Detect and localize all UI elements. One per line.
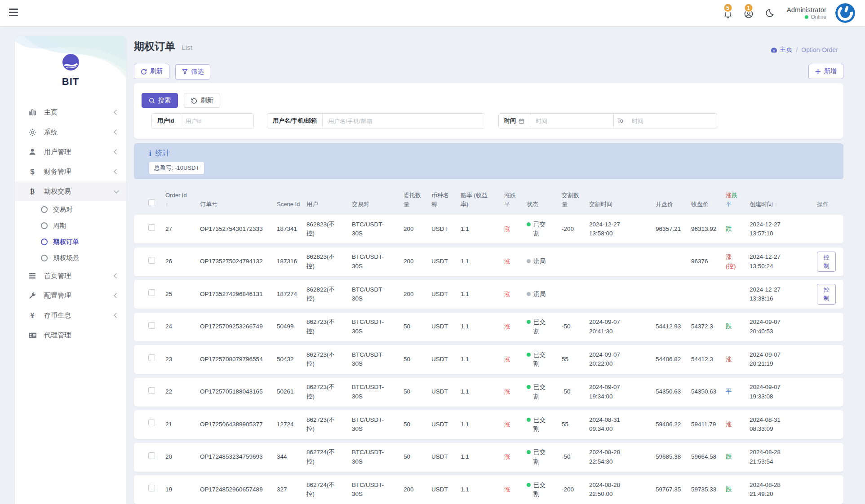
breadcrumb-home-link[interactable]: 主页	[771, 46, 792, 54]
cell-close_price: 59664.58	[691, 452, 726, 461]
sidebar-subitem-4-3[interactable]: 期权场景	[15, 250, 126, 266]
cell-delivery_time: 2024-08-28 22:54:30	[589, 448, 656, 466]
cell-direction: 涨	[504, 257, 527, 266]
add-button[interactable]: 新增	[808, 64, 843, 79]
filter-button[interactable]: 筛选	[175, 64, 210, 80]
row-checkbox[interactable]	[148, 452, 155, 459]
cell-open_price: 96357.21	[656, 225, 691, 234]
time-end-input[interactable]	[626, 114, 717, 128]
cell-odds: 1.1	[461, 485, 504, 494]
cell-pair: BTC/USDT-30S	[352, 448, 404, 466]
status-badge: 已交割	[527, 416, 562, 434]
cell-delivery_amount: 55	[562, 355, 589, 364]
control-button[interactable]: 控制	[817, 284, 836, 305]
dark-mode-moon-icon[interactable]	[763, 7, 775, 19]
status-badge: 流局	[527, 257, 562, 266]
row-checkbox[interactable]	[148, 485, 155, 491]
user-name-input[interactable]	[323, 114, 485, 128]
cell-close_price: 59411.79	[691, 420, 726, 429]
radio-circle-icon	[41, 255, 48, 261]
finance-icon: $	[28, 167, 37, 176]
sidebar-item-label: 首页管理	[44, 272, 71, 280]
online-status-label: Online	[811, 14, 826, 20]
row-checkbox[interactable]	[148, 354, 155, 361]
cell-coin: USDT	[431, 420, 461, 429]
user-avatar[interactable]	[835, 3, 855, 23]
sidebar-item-8[interactable]: 代理管理	[15, 325, 126, 345]
user-name-field-group: 用户名/手机/邮箱	[267, 113, 485, 128]
refresh-button[interactable]: 刷新	[134, 64, 169, 79]
row-checkbox[interactable]	[148, 289, 155, 296]
cell-amount: 200	[404, 485, 431, 494]
chevron-down-icon	[114, 188, 119, 193]
cell-pair: BTC/USDT-30S	[352, 285, 404, 304]
row-checkbox[interactable]	[148, 224, 155, 231]
cell-scene_id: 327	[277, 485, 306, 494]
cell-pair: BTC/USDT-30S	[352, 350, 404, 369]
cell-delivery_amount: -50	[562, 387, 589, 396]
cell-odds: 1.1	[461, 225, 504, 234]
sort-asc-icon[interactable]: ↑	[775, 201, 778, 208]
svg-text:$: $	[30, 168, 35, 176]
app-logo[interactable]	[62, 54, 79, 71]
sidebar-item-5[interactable]: 首页管理	[15, 266, 126, 286]
cell-select	[134, 224, 165, 234]
row-checkbox[interactable]	[148, 257, 155, 264]
row-checkbox[interactable]	[148, 322, 155, 329]
control-button[interactable]: 控制	[817, 252, 836, 272]
sidebar-item-1[interactable]: 系统	[15, 122, 126, 142]
sidebar-item-3[interactable]: $财务管理	[15, 162, 126, 181]
cell-created_at: 2024-12-27 13:57:10	[750, 220, 817, 239]
breadcrumb-separator: /	[796, 46, 798, 53]
row-checkbox[interactable]	[148, 420, 155, 426]
cell-delivery_amount: -50	[562, 452, 589, 461]
cell-ops: 控制	[817, 252, 843, 272]
cell-amount: 50	[404, 355, 431, 364]
cell-direction: 涨	[504, 420, 527, 429]
user-id-input[interactable]	[180, 114, 253, 128]
sidebar-subitem-4-2[interactable]: 期权订单	[15, 234, 126, 250]
sidebar-subitem-4-1[interactable]: 周期	[15, 217, 126, 234]
sidebar-item-4[interactable]: B期权交易	[15, 181, 126, 201]
cell-direction: 涨	[504, 452, 527, 461]
sort-asc-icon[interactable]: ↑	[165, 200, 195, 209]
cell-coin: USDT	[431, 322, 461, 331]
cell-user: 862723(不控)	[306, 350, 352, 369]
cell-order_id: 25	[165, 290, 200, 299]
cell-scene_id: 187274	[277, 290, 306, 299]
search-button[interactable]: 搜索	[142, 93, 178, 108]
radio-circle-icon	[41, 206, 48, 213]
table-header: Order Id↑订单号Scene Id用户交易对委托数量币种名称赔率 (收益率…	[134, 179, 843, 215]
col-header-order_id[interactable]: Order Id↑	[165, 191, 200, 208]
sidebar-item-2[interactable]: 用户管理	[15, 142, 126, 162]
cell-scene_id: 344	[277, 452, 306, 461]
cell-direction: 涨	[504, 225, 527, 234]
cell-select	[134, 322, 165, 332]
reset-button[interactable]: 刷新	[184, 93, 220, 108]
cell-order_no: OP1725708079796554	[200, 355, 277, 364]
cell-pair: BTC/USDT-30S	[352, 481, 404, 499]
table-row: 23OP172570807979655450432862723(不控)BTC/U…	[134, 345, 843, 374]
sidebar-item-0[interactable]: 主页	[15, 102, 126, 122]
cell-order_no: OP1725709253266749	[200, 322, 277, 331]
notifications-bell-icon[interactable]: 5	[722, 7, 734, 19]
home-icon	[28, 108, 37, 117]
time-start-input[interactable]	[530, 114, 613, 128]
sidebar-item-7[interactable]: ¥存币生息	[15, 305, 126, 325]
chevron-left-icon	[114, 273, 119, 278]
chevron-left-icon	[114, 149, 119, 154]
cell-user: 862724(不控)	[306, 481, 352, 499]
status-badge: 已交割	[527, 220, 562, 239]
time-end-field-group	[626, 113, 717, 128]
sidebar-subitem-4-0[interactable]: 交易对	[15, 201, 126, 217]
menu-toggle-icon[interactable]	[9, 9, 18, 18]
dashboard-gauge-icon	[771, 47, 777, 53]
row-checkbox[interactable]	[148, 387, 155, 394]
select-all-checkbox[interactable]	[148, 199, 155, 206]
cell-amount: 50	[404, 387, 431, 396]
user-name: Administrator	[787, 6, 826, 14]
messages-user-icon[interactable]: 1	[743, 7, 754, 19]
sidebar-item-6[interactable]: 配置管理	[15, 286, 126, 305]
col-header-created_at[interactable]: 创建时间 ↑	[750, 200, 817, 209]
sidebar-item-label: 存币生息	[44, 311, 71, 320]
